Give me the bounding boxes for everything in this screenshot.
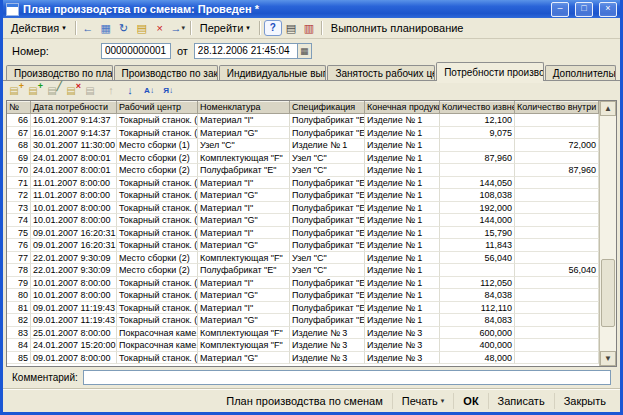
scroll-down-button[interactable]: ▼	[600, 351, 616, 366]
table-cell[interactable]: Материал "G"	[198, 314, 290, 327]
table-row[interactable]: 6616.01.2007 9:14:37Токарный станок. (3)…	[7, 114, 599, 127]
table-cell[interactable]: 74	[7, 214, 31, 227]
table-cell[interactable]: 10.01.2007 8:00:00	[31, 277, 117, 290]
table-cell[interactable]: Комплектующая "F"	[198, 339, 290, 352]
table-cell[interactable]: Изделие № 1	[365, 264, 440, 277]
table-cell[interactable]	[515, 177, 599, 190]
table-cell[interactable]: Изделие № 1	[290, 139, 365, 152]
table-cell[interactable]: 82	[7, 314, 31, 327]
actions-menu-button[interactable]: Действия ▾	[6, 21, 71, 35]
table-cell[interactable]: Токарный станок. (2)	[117, 314, 198, 327]
back-button[interactable]: ←	[80, 21, 96, 35]
print-button[interactable]: Печать▾	[393, 393, 455, 409]
move-down-button[interactable]: ↓	[122, 83, 138, 98]
table-cell[interactable]: Изделие № 1	[365, 152, 440, 165]
table-cell[interactable]	[515, 352, 599, 365]
table-cell[interactable]: Полуфабрикат "Е"	[290, 177, 365, 190]
table-cell[interactable]: Полуфабрикат "Е"	[290, 227, 365, 240]
table-cell[interactable]: 600,000	[440, 327, 515, 340]
table-cell[interactable]: 09.01.2007 11:19:43	[31, 314, 117, 327]
table-cell[interactable]: 71	[7, 177, 31, 190]
table-cell[interactable]: 78	[7, 264, 31, 277]
table-cell[interactable]: 10.01.2007 8:00:00	[31, 214, 117, 227]
table-cell[interactable]: 144,000	[440, 214, 515, 227]
table-row[interactable]: 7822.01.2007 9:30:09Место сборки (2)Полу…	[7, 264, 599, 277]
table-cell[interactable]: Полуфабрикат "Е"	[290, 189, 365, 202]
table-cell[interactable]	[515, 239, 599, 252]
table-row[interactable]: 7111.01.2007 8:00:00Токарный станок. (3)…	[7, 177, 599, 190]
table-cell[interactable]: 84,038	[440, 289, 515, 302]
table-cell[interactable]: 87,960	[440, 152, 515, 165]
table-cell[interactable]: Токарный станок. (1)	[117, 352, 198, 365]
table-cell[interactable]: 11,843	[440, 239, 515, 252]
table-cell[interactable]: 400,000	[440, 339, 515, 352]
table-row[interactable]: 7024.01.2007 8:00:01Место сборки (2)Полу…	[7, 164, 599, 177]
table-cell[interactable]: Материал "G"	[198, 214, 290, 227]
table-cell[interactable]: 24.01.2007 15:20:00	[31, 339, 117, 352]
scrollbar-track[interactable]	[600, 116, 616, 351]
table-cell[interactable]: 85	[7, 352, 31, 365]
tab-production-by-plans[interactable]: Производство по плана...	[6, 65, 113, 81]
table-cell[interactable]: 68	[7, 139, 31, 152]
table-cell[interactable]: 12,100	[440, 114, 515, 127]
table-cell[interactable]: 81	[7, 302, 31, 315]
column-header[interactable]: Номенклатура	[198, 101, 290, 114]
table-cell[interactable]: Полуфабрикат "Е"	[198, 164, 290, 177]
table-cell[interactable]: 16.01.2007 9:14:37	[31, 114, 117, 127]
table-cell[interactable]: 09.01.2007 16:20:31	[31, 239, 117, 252]
table-cell[interactable]: 67	[7, 127, 31, 140]
table-cell[interactable]: Материал "I"	[198, 114, 290, 127]
table-cell[interactable]	[515, 289, 599, 302]
table-cell[interactable]: Изделие № 3	[365, 327, 440, 340]
table-cell[interactable]	[515, 277, 599, 290]
table-cell[interactable]: 09.01.2007 16:20:31	[31, 227, 117, 240]
table-cell[interactable]: Полуфабрикат "Е"	[290, 202, 365, 215]
table-cell[interactable]: 10.01.2007 8:00:00	[31, 289, 117, 302]
scrollbar-thumb[interactable]	[601, 259, 615, 327]
table-row[interactable]: 8010.01.2007 8:00:00Токарный станок. (2)…	[7, 289, 599, 302]
table-cell[interactable]: Покрасочная каме...	[117, 339, 198, 352]
table-cell[interactable]	[515, 314, 599, 327]
scroll-up-button[interactable]: ▲	[600, 101, 616, 116]
tab-production-by-orders[interactable]: Производство по заказ...	[114, 65, 218, 81]
post-document-button[interactable]: ▤	[134, 21, 150, 35]
table-cell[interactable]: Изделие № 3	[290, 352, 365, 365]
table-cell[interactable]: 69	[7, 152, 31, 165]
table-cell[interactable]: 144,050	[440, 177, 515, 190]
maximize-button[interactable]: □	[575, 2, 593, 17]
table-row[interactable]: 7910.01.2007 8:00:00Токарный станок. (2)…	[7, 277, 599, 290]
table-cell[interactable]: Комплектующая "F"	[198, 152, 290, 165]
vertical-scrollbar[interactable]: ▲ ▼	[599, 101, 616, 366]
table-row[interactable]: 7609.01.2007 16:20:31Токарный станок. (3…	[7, 239, 599, 252]
table-row[interactable]: 7211.01.2007 8:00:00Токарный станок. (3)…	[7, 189, 599, 202]
reread-button[interactable]: ↻	[116, 21, 132, 35]
table-row[interactable]: 8109.01.2007 11:19:43Токарный станок. (2…	[7, 302, 599, 315]
column-header[interactable]: Количество внутри	[515, 101, 599, 114]
column-header[interactable]: Спецификация	[290, 101, 365, 114]
table-cell[interactable]: Изделие № 1	[365, 214, 440, 227]
table-cell[interactable]: Материал "G"	[198, 289, 290, 302]
table-cell[interactable]: 192,000	[440, 202, 515, 215]
table-cell[interactable]: Место сборки (2)	[117, 164, 198, 177]
table-cell[interactable]	[515, 114, 599, 127]
table-cell[interactable]: Изделие № 1	[365, 227, 440, 240]
table-cell[interactable]: Изделие № 1	[365, 289, 440, 302]
list-settings-button[interactable]: ▥	[301, 21, 317, 35]
table-cell[interactable]: 56,040	[515, 264, 599, 277]
production-plan-by-shifts-button[interactable]: План производства по сменам	[217, 393, 392, 409]
table-cell[interactable]: 09.01.2007 11:19:43	[31, 302, 117, 315]
column-header[interactable]: Дата потребности	[31, 101, 117, 114]
table-cell[interactable]: Токарный станок. (2)	[117, 302, 198, 315]
table-cell[interactable]: Полуфабрикат "Е"	[290, 302, 365, 315]
input-on-basis-button[interactable]: →▾	[170, 21, 186, 35]
table-cell[interactable]: Токарный станок. (3)	[117, 189, 198, 202]
table-cell[interactable]	[515, 202, 599, 215]
table-cell[interactable]: Изделие № 1	[365, 164, 440, 177]
table-cell[interactable]: Материал "G"	[198, 189, 290, 202]
table-cell[interactable]: Полуфабрикат "Е"	[290, 314, 365, 327]
table-cell[interactable]: 22.01.2007 9:30:09	[31, 264, 117, 277]
table-cell[interactable]: Изделие № 1	[365, 114, 440, 127]
table-cell[interactable]: Изделие № 1	[365, 127, 440, 140]
table-cell[interactable]: Токарный станок. (3)	[117, 202, 198, 215]
table-cell[interactable]: 56,040	[440, 252, 515, 265]
